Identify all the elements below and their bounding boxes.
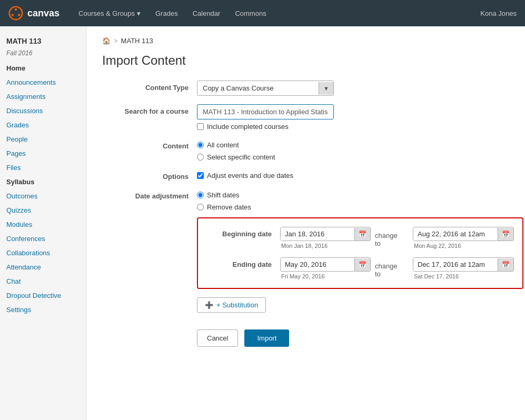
nav-commons[interactable]: Commons	[229, 5, 272, 22]
all-content-radio[interactable]	[197, 142, 204, 148]
beginning-change-hint: Mon Aug 22, 2016	[413, 243, 514, 249]
sidebar-item-syllabus[interactable]: Syllabus	[0, 175, 86, 189]
content-type-value: Copy a Canvas Course	[197, 81, 319, 95]
shift-dates-row: Shift dates	[197, 191, 523, 199]
include-completed-label: Include completed courses	[207, 123, 289, 131]
main-content: 🏠 > MATH 113 Import Content Content Type…	[86, 26, 525, 420]
shift-dates-radio[interactable]	[197, 192, 204, 198]
breadcrumb-separator: >	[114, 37, 118, 45]
sidebar-item-chat[interactable]: Chat	[0, 274, 86, 288]
ending-date-row: Ending date 📅 Fri May 20, 2016 change to	[206, 257, 514, 279]
content-label: Content	[102, 139, 197, 150]
beginning-date-calendar-icon[interactable]: 📅	[354, 228, 370, 241]
sidebar-item-discussions[interactable]: Discussions	[0, 104, 86, 118]
logo[interactable]: canvas	[8, 6, 60, 21]
adjust-dates-label: Adjust events and due dates	[207, 172, 293, 179]
sidebar-item-files[interactable]: Files	[0, 161, 86, 175]
user-name: Kona Jones	[480, 9, 517, 17]
sidebar-item-outcomes[interactable]: Outcomes	[0, 189, 86, 203]
beginning-date-hint: Mon Jan 18, 2016	[280, 243, 371, 249]
include-completed-checkbox[interactable]	[197, 123, 204, 130]
search-course-row: Search for a course Include completed co…	[102, 104, 523, 131]
substitution-button[interactable]: ➕ + Substitution	[197, 297, 266, 313]
select-content-radio[interactable]	[197, 154, 204, 161]
options-control: Adjust events and due dates	[197, 169, 523, 179]
ending-date-input[interactable]	[281, 258, 354, 271]
all-content-label: All content	[207, 141, 239, 149]
ending-change-input[interactable]	[413, 258, 498, 271]
ending-date-calendar-icon[interactable]: 📅	[354, 258, 370, 271]
select-content-label: Select specific content	[207, 153, 275, 161]
plus-icon: ➕	[205, 301, 213, 309]
page-title: Import Content	[102, 53, 523, 68]
remove-dates-radio[interactable]	[197, 204, 204, 211]
beginning-change-calendar-icon[interactable]: 📅	[498, 228, 513, 241]
date-adjustment-label: Date adjustment	[102, 189, 197, 200]
svg-point-3	[12, 14, 14, 16]
sidebar-item-modules[interactable]: Modules	[0, 217, 86, 232]
dropdown-arrow-icon: ▾	[137, 9, 141, 17]
breadcrumb-home[interactable]: 🏠	[102, 37, 111, 45]
ending-change-hint: Sat Dec 17, 2016	[413, 273, 514, 279]
home-icon: 🏠	[102, 37, 111, 45]
action-buttons: Cancel Import	[197, 329, 523, 347]
adjust-dates-checkbox[interactable]	[197, 172, 204, 179]
select-dropdown-arrow-icon[interactable]: ▼	[319, 82, 333, 95]
beginning-change-input-wrapper: 📅	[413, 227, 514, 241]
svg-point-1	[15, 8, 17, 11]
top-nav: canvas Courses & Groups ▾ Grades Calenda…	[0, 0, 525, 26]
sidebar-item-grades[interactable]: Grades	[0, 118, 86, 132]
search-course-control: Include completed courses	[197, 104, 523, 131]
beginning-date-row: Beginning date 📅 Mon Jan 18, 2016 change…	[206, 227, 514, 249]
sidebar-item-attendance[interactable]: Attendance	[0, 260, 86, 274]
nav-grades[interactable]: Grades	[149, 5, 184, 22]
beginning-date-input-wrapper: 📅	[280, 227, 371, 241]
date-adjustment-row: Date adjustment Shift dates Remove dates	[102, 189, 523, 313]
include-completed-row: Include completed courses	[197, 123, 523, 131]
options-row: Options Adjust events and due dates	[102, 169, 523, 181]
course-title: MATH 113	[0, 33, 86, 49]
content-type-control: Copy a Canvas Course ▼	[197, 81, 523, 96]
ending-date-input-wrapper: 📅	[280, 257, 371, 272]
remove-dates-row: Remove dates	[197, 203, 523, 211]
breadcrumb: 🏠 > MATH 113	[102, 37, 523, 45]
sidebar-item-quizzes[interactable]: Quizzes	[0, 203, 86, 217]
sidebar-item-home[interactable]: Home	[0, 61, 86, 75]
nav-courses-groups[interactable]: Courses & Groups ▾	[72, 5, 147, 22]
content-type-label: Content Type	[102, 81, 197, 92]
adjust-dates-row: Adjust events and due dates	[197, 169, 523, 179]
remove-dates-label: Remove dates	[207, 203, 251, 211]
ending-change-calendar-icon[interactable]: 📅	[498, 258, 513, 271]
sidebar-item-people[interactable]: People	[0, 132, 86, 146]
logo-text: canvas	[27, 8, 60, 19]
beginning-change-to-label: change to	[375, 228, 409, 247]
beginning-date-fields: 📅 Mon Jan 18, 2016 change to 📅 Mon	[280, 227, 514, 249]
substitution-label: + Substitution	[216, 301, 258, 309]
ending-date-fields: 📅 Fri May 20, 2016 change to 📅 Sat	[280, 257, 514, 279]
cancel-button[interactable]: Cancel	[197, 329, 238, 347]
sidebar-item-dropout-detective[interactable]: Dropout Detective	[0, 288, 86, 303]
import-button[interactable]: Import	[244, 329, 289, 347]
content-type-select[interactable]: Copy a Canvas Course ▼	[197, 81, 334, 96]
beginning-date-input-group: 📅 Mon Jan 18, 2016	[280, 227, 371, 249]
date-adjustment-control: Shift dates Remove dates Beginning date	[197, 189, 523, 313]
shift-dates-label: Shift dates	[207, 191, 239, 199]
canvas-logo-icon	[8, 6, 23, 21]
beginning-change-input-group: 📅 Mon Aug 22, 2016	[413, 227, 514, 249]
search-course-input[interactable]	[197, 104, 334, 119]
nav-calendar[interactable]: Calendar	[186, 5, 227, 22]
ending-date-hint: Fri May 20, 2016	[280, 273, 371, 279]
search-course-label: Search for a course	[102, 104, 197, 115]
beginning-change-input[interactable]	[413, 227, 498, 241]
ending-date-input-group: 📅 Fri May 20, 2016	[280, 257, 371, 279]
date-adjustment-radio-group: Shift dates Remove dates	[197, 189, 523, 211]
sidebar-item-assignments[interactable]: Assignments	[0, 89, 86, 104]
sidebar-item-settings[interactable]: Settings	[0, 303, 86, 317]
sidebar-item-pages[interactable]: Pages	[0, 146, 86, 161]
sidebar-item-collaborations[interactable]: Collaborations	[0, 246, 86, 260]
sidebar-item-conferences[interactable]: Conferences	[0, 232, 86, 246]
content-row: Content All content Select specific cont…	[102, 139, 523, 161]
beginning-date-input[interactable]	[281, 227, 354, 241]
sidebar-item-announcements[interactable]: Announcements	[0, 75, 86, 89]
course-term: Fall 2016	[0, 49, 86, 61]
